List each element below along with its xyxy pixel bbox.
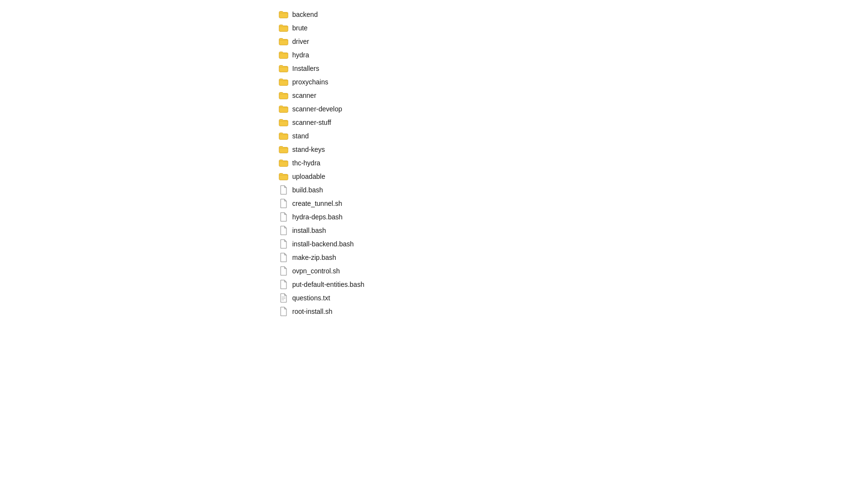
folder-icon (279, 10, 288, 19)
list-item[interactable]: stand (275, 129, 868, 143)
item-name: create_tunnel.sh (292, 200, 342, 207)
folder-icon (279, 37, 288, 46)
list-item[interactable]: scanner (275, 89, 868, 102)
list-item[interactable]: install.bash (275, 224, 868, 237)
item-name: install.bash (292, 227, 326, 234)
folder-icon (279, 24, 288, 32)
list-item[interactable]: make-zip.bash (275, 251, 868, 264)
file-icon (279, 213, 288, 221)
folder-icon (279, 132, 288, 140)
folder-icon (279, 105, 288, 113)
list-item[interactable]: scanner-develop (275, 102, 868, 116)
item-name: scanner-stuff (292, 119, 331, 126)
list-item[interactable]: driver (275, 35, 868, 48)
folder-icon (279, 78, 288, 86)
list-item[interactable]: brute (275, 21, 868, 35)
item-name: hydra-deps.bash (292, 213, 342, 221)
item-name: uploadable (292, 173, 326, 180)
item-name: thc-hydra (292, 159, 320, 167)
folder-icon (279, 91, 288, 100)
list-item[interactable]: hydra (275, 48, 868, 62)
item-name: driver (292, 38, 309, 45)
file-icon (279, 280, 288, 289)
file-icon (279, 199, 288, 208)
item-name: stand-keys (292, 146, 325, 153)
list-item[interactable]: install-backend.bash (275, 237, 868, 251)
file-icon (279, 226, 288, 235)
list-item[interactable]: scanner-stuff (275, 116, 868, 129)
item-name: proxychains (292, 78, 328, 86)
list-item[interactable]: Installers (275, 62, 868, 75)
list-item[interactable]: create_tunnel.sh (275, 197, 868, 210)
file-icon (279, 253, 288, 262)
item-name: build.bash (292, 186, 323, 194)
folder-icon (279, 64, 288, 73)
list-item[interactable]: thc-hydra (275, 156, 868, 170)
file-list: backend brute driver hydra (0, 0, 868, 326)
text-file-icon (279, 294, 288, 302)
item-name: scanner (292, 92, 316, 99)
item-name: root-install.sh (292, 308, 332, 315)
item-name: questions.txt (292, 294, 330, 302)
list-item[interactable]: questions.txt (275, 291, 868, 305)
list-item[interactable]: stand-keys (275, 143, 868, 156)
item-name: hydra (292, 51, 309, 59)
item-name: scanner-develop (292, 105, 342, 113)
folder-icon (279, 172, 288, 181)
list-item[interactable]: root-install.sh (275, 305, 868, 318)
item-name: stand (292, 132, 309, 140)
item-name: install-backend.bash (292, 240, 354, 248)
item-name: make-zip.bash (292, 254, 336, 261)
item-name: put-default-entities.bash (292, 281, 364, 288)
list-item[interactable]: ovpn_control.sh (275, 264, 868, 278)
item-name: backend (292, 11, 318, 18)
folder-icon (279, 51, 288, 59)
folder-icon (279, 159, 288, 167)
item-name: Installers (292, 65, 319, 72)
list-item[interactable]: hydra-deps.bash (275, 210, 868, 224)
folder-icon (279, 145, 288, 154)
list-item[interactable]: uploadable (275, 170, 868, 183)
list-item[interactable]: proxychains (275, 75, 868, 89)
file-icon (279, 186, 288, 194)
folder-icon (279, 118, 288, 127)
list-item[interactable]: build.bash (275, 183, 868, 197)
item-name: brute (292, 24, 308, 32)
list-item[interactable]: backend (275, 8, 868, 21)
file-icon (279, 267, 288, 275)
file-icon (279, 307, 288, 316)
item-name: ovpn_control.sh (292, 267, 340, 275)
file-icon (279, 240, 288, 248)
list-item[interactable]: put-default-entities.bash (275, 278, 868, 291)
